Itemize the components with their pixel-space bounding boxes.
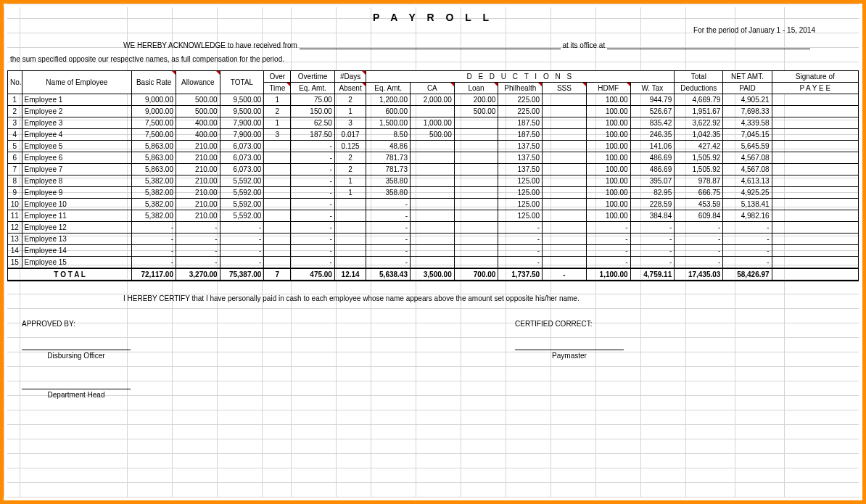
total-label: T O T A L: [8, 268, 132, 281]
cell-philhealth: 125.00: [498, 199, 543, 210]
total-sss: -: [543, 268, 587, 281]
cell-ded-eq: -: [366, 234, 411, 245]
cell-basic: -: [132, 257, 176, 269]
cell-no: 11: [8, 210, 22, 222]
cell-basic: 7,500.00: [132, 117, 176, 129]
cell-basic: -: [132, 245, 176, 257]
comment-marker-icon: [494, 83, 498, 86]
cell-no: 14: [8, 245, 22, 257]
cell-philhealth: 187.50: [498, 129, 543, 141]
cell-signature: [772, 257, 858, 269]
cell-overtime-amt: -: [291, 164, 335, 175]
table-row: 9Employee 95,382.00210.005,592.00-1358.8…: [8, 187, 859, 199]
hdr-hdmf: HDMF: [586, 83, 630, 94]
period-value: January 1 - 15, 2014: [749, 26, 815, 34]
cell-total-ded: 666.75: [675, 187, 723, 199]
cell-total-ded: 978.87: [675, 175, 723, 187]
cell-loan: [454, 129, 498, 141]
cell-allowance: 210.00: [176, 141, 220, 152]
hdr-wtax: W. Tax: [630, 83, 675, 94]
cell-basic: -: [132, 234, 176, 245]
cell-total-ded: 3,622.92: [675, 117, 723, 129]
cell-days-absent: [334, 257, 366, 269]
total-days: 12.14: [334, 268, 366, 281]
cell-wtax: -: [630, 222, 675, 234]
cell-total-ded: 609.84: [675, 210, 723, 222]
cell-allowance: 210.00: [176, 210, 220, 222]
cell-basic: 5,382.00: [132, 199, 176, 210]
cell-net-paid: 4,905.21: [723, 94, 772, 106]
cell-philhealth: 137.50: [498, 152, 543, 164]
page-title: P A Y R O L L: [7, 7, 859, 26]
cell-overtime-amt: -: [291, 245, 335, 257]
cell-overtime-amt: -: [291, 234, 335, 245]
cell-overtime-amt: -: [291, 210, 335, 222]
cell-ded-eq: 781.73: [366, 152, 411, 164]
cell-philhealth: 125.00: [498, 210, 543, 222]
cell-signature: [772, 141, 858, 152]
cell-basic: -: [132, 222, 176, 234]
signature-section: APPROVED BY: Disbursing Officer Departme…: [7, 314, 859, 416]
cell-overtime-count: [264, 152, 291, 164]
cell-days-absent: [334, 210, 366, 222]
cell-overtime-count: [264, 199, 291, 210]
cell-wtax: 141.06: [630, 141, 675, 152]
cell-philhealth: 125.00: [498, 175, 543, 187]
cell-loan: [454, 245, 498, 257]
total-ca: 3,500.00: [411, 268, 455, 281]
cell-ded-eq: 48.86: [366, 141, 411, 152]
cell-name: Employee 14: [22, 245, 132, 257]
cell-net-paid: 4,982.16: [723, 210, 772, 222]
ack-prefix: WE HEREBY ACKNOWLEDGE to have received f…: [123, 41, 297, 49]
cell-philhealth: -: [498, 234, 543, 245]
cell-total: 5,592.00: [220, 187, 264, 199]
cell-hdmf: 100.00: [586, 199, 630, 210]
cell-no: 8: [8, 175, 22, 187]
cell-philhealth: -: [498, 222, 543, 234]
cell-ca: [411, 175, 455, 187]
cell-no: 9: [8, 187, 22, 199]
cell-hdmf: -: [586, 257, 630, 269]
payroll-sheet: P A Y R O L L For the period of January …: [0, 0, 866, 504]
table-row: 15Employee 15----------: [8, 257, 859, 269]
cell-loan: [454, 187, 498, 199]
cell-no: 12: [8, 222, 22, 234]
cell-loan: [454, 152, 498, 164]
cell-total: 5,592.00: [220, 199, 264, 210]
cell-total: 9,500.00: [220, 94, 264, 106]
cell-overtime-amt: -: [291, 175, 335, 187]
cell-overtime-count: 1: [264, 117, 291, 129]
hdr-deductions2: Deductions: [675, 83, 723, 94]
cell-ded-eq: 358.80: [366, 187, 411, 199]
table-row: 10Employee 105,382.00210.005,592.00--125…: [8, 199, 859, 210]
table-row: 7Employee 75,863.00210.006,073.00-2781.7…: [8, 164, 859, 175]
cell-net-paid: -: [723, 257, 772, 269]
cell-total: 9,500.00: [220, 106, 264, 117]
cell-loan: 200.00: [454, 94, 498, 106]
cell-philhealth: 225.00: [498, 94, 543, 106]
cell-ded-eq: 600.00: [366, 106, 411, 117]
cell-total-ded: 427.42: [675, 141, 723, 152]
cell-wtax: 246.35: [630, 129, 675, 141]
cell-total: 5,592.00: [220, 175, 264, 187]
cell-overtime-amt: -: [291, 152, 335, 164]
cell-days-absent: 0.017: [334, 129, 366, 141]
cell-overtime-count: [264, 245, 291, 257]
period-line: For the period of January 1 - 15, 2014: [7, 26, 859, 40]
hdr-paid: PAID: [723, 83, 772, 94]
cell-allowance: 210.00: [176, 187, 220, 199]
cell-basic: 7,500.00: [132, 129, 176, 141]
cell-sss: [543, 175, 587, 187]
hdr-payee: P A Y E E: [772, 83, 858, 94]
cell-total-ded: 1,951.67: [675, 106, 723, 117]
total-eq: 5,638.43: [366, 268, 411, 281]
cell-name: Employee 6: [22, 152, 132, 164]
cell-overtime-count: [264, 210, 291, 222]
cell-allowance: 210.00: [176, 175, 220, 187]
cell-ca: [411, 199, 455, 210]
cell-wtax: -: [630, 245, 675, 257]
cell-allowance: 500.00: [176, 94, 220, 106]
cell-name: Employee 7: [22, 164, 132, 175]
total-row: T O T A L 72,117.00 3,270.00 75,387.00 7…: [8, 268, 859, 281]
cell-hdmf: 100.00: [586, 141, 630, 152]
